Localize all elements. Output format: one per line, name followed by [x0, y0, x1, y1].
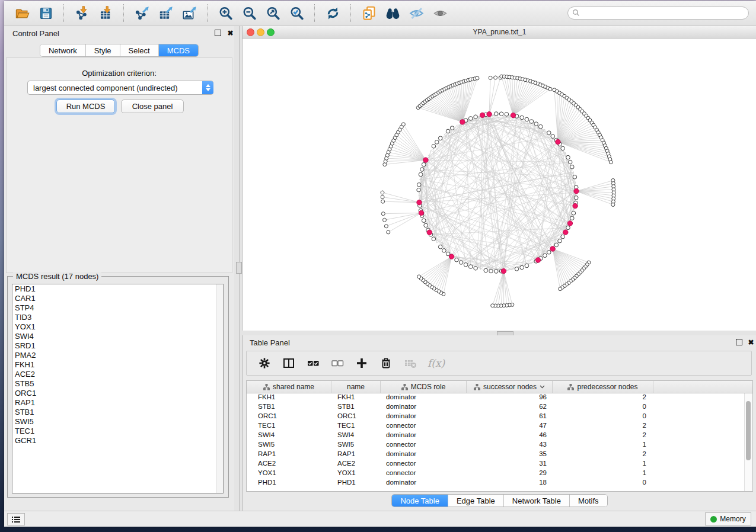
- mcds-result-list[interactable]: PHD1CAR1STP4TID3YOX1SWI4SRD1PMA2FKH1ACE2…: [12, 284, 224, 493]
- export-network-icon: [134, 5, 150, 21]
- select-all-button[interactable]: [306, 356, 320, 370]
- tab-mcds[interactable]: MCDS: [159, 44, 198, 56]
- table-row[interactable]: TEC1TEC1connector472: [247, 422, 752, 431]
- close-panel-button[interactable]: Close panel: [121, 100, 184, 113]
- zoom-out-button[interactable]: [240, 4, 259, 23]
- delete-column-icon: [379, 357, 393, 370]
- mcds-result-item[interactable]: STP4: [12, 303, 223, 313]
- search-binoculars-button[interactable]: [383, 4, 402, 23]
- vertical-splitter[interactable]: [234, 26, 242, 511]
- status-bar: Memory: [4, 511, 756, 527]
- deselect-all-button[interactable]: [330, 356, 344, 370]
- float-panel-icon[interactable]: [736, 339, 744, 347]
- tab-edge-table[interactable]: Edge Table: [448, 495, 504, 507]
- duplicate-network-button[interactable]: [359, 4, 378, 23]
- export-network-button[interactable]: [132, 4, 151, 23]
- cell-shared-name: ORC1: [247, 412, 331, 422]
- splitter-grip[interactable]: [236, 262, 242, 274]
- export-table-button[interactable]: [156, 4, 175, 23]
- run-mcds-button[interactable]: Run MCDS: [56, 100, 115, 113]
- col-name[interactable]: name: [331, 381, 381, 393]
- col-successor-nodes[interactable]: successor nodes: [467, 381, 553, 393]
- close-panel-icon[interactable]: ✖: [227, 30, 234, 37]
- zoom-in-button[interactable]: [216, 4, 235, 23]
- export-image-button[interactable]: [180, 4, 199, 23]
- search-input[interactable]: [567, 7, 749, 20]
- save-session-button[interactable]: [36, 4, 55, 23]
- tab-motifs[interactable]: Motifs: [570, 495, 607, 507]
- toggle-columns-button[interactable]: [282, 356, 296, 370]
- import-network-button[interactable]: [72, 4, 91, 23]
- add-column-button[interactable]: [355, 356, 369, 370]
- float-panel-icon[interactable]: [215, 30, 222, 37]
- hide-selected-button[interactable]: [407, 4, 426, 23]
- table-row[interactable]: STB1STB1dominator620: [247, 403, 752, 412]
- delete-table-button[interactable]: [403, 356, 417, 370]
- tab-node-table[interactable]: Node Table: [392, 495, 448, 507]
- close-panel-icon[interactable]: ✖: [747, 339, 755, 347]
- mcds-list-scrollbar[interactable]: [216, 284, 223, 493]
- table-settings-button[interactable]: [257, 356, 272, 370]
- tab-style[interactable]: Style: [86, 44, 120, 56]
- table-row[interactable]: ACE2ACE2connector311: [247, 460, 752, 469]
- table-row[interactable]: RAP1RAP1dominator352: [247, 450, 752, 460]
- delete-column-button[interactable]: [379, 356, 393, 370]
- cell-shared-name: ACE2: [247, 460, 331, 469]
- table-row[interactable]: ORC1ORC1dominator610: [247, 412, 752, 422]
- table-row[interactable]: PHD1PHD1dominator180: [247, 479, 752, 488]
- mcds-result-item[interactable]: ORC1: [12, 389, 223, 398]
- table-scrollbar[interactable]: [744, 393, 752, 491]
- cell-predecessor-nodes: 2: [553, 431, 653, 441]
- mcds-result-item[interactable]: GCR1: [12, 436, 223, 446]
- refresh-network-button[interactable]: [323, 4, 342, 23]
- function-builder-button[interactable]: f(x): [428, 357, 445, 369]
- list-icon: [11, 515, 21, 524]
- cell-predecessor-nodes: 2: [553, 393, 653, 403]
- table-row[interactable]: FKH1FKH1dominator962: [247, 393, 752, 403]
- network-canvas[interactable]: [243, 39, 756, 331]
- cell-successor-nodes: 46: [467, 431, 553, 441]
- mcds-result-item[interactable]: STB5: [12, 379, 223, 389]
- zoom-fit-button[interactable]: [263, 4, 282, 23]
- mcds-result-item[interactable]: RAP1: [12, 398, 223, 408]
- cell-name: TEC1: [331, 422, 381, 431]
- tab-select[interactable]: Select: [120, 44, 159, 56]
- mcds-result-item[interactable]: SWI4: [12, 332, 223, 341]
- task-history-button[interactable]: [7, 513, 25, 525]
- open-session-button[interactable]: [12, 4, 31, 23]
- table-row[interactable]: SWI5SWI5connector431: [247, 441, 752, 450]
- table-scrollbar-thumb[interactable]: [746, 401, 751, 460]
- mcds-result-item[interactable]: FKH1: [12, 360, 223, 370]
- memory-button[interactable]: Memory: [705, 512, 751, 525]
- mcds-result-item[interactable]: SRD1: [12, 341, 223, 351]
- import-table-button[interactable]: [96, 4, 115, 23]
- cell-name: FKH1: [331, 393, 381, 403]
- mcds-result-item[interactable]: PHD1: [12, 284, 223, 294]
- tab-network-table[interactable]: Network Table: [504, 495, 570, 507]
- mcds-result-item[interactable]: CAR1: [12, 294, 223, 303]
- cell-successor-nodes: 47: [467, 422, 553, 431]
- table-panel-header: Table Panel ✖: [243, 335, 756, 350]
- col-shared-name[interactable]: shared name: [247, 381, 331, 393]
- tab-network[interactable]: Network: [40, 44, 86, 56]
- mcds-result-item[interactable]: YOX1: [12, 322, 223, 332]
- mcds-result-item[interactable]: SWI5: [12, 417, 223, 427]
- horizontal-splitter[interactable]: [242, 331, 756, 335]
- table-toolbar: f(x): [246, 351, 752, 376]
- cell-predecessor-nodes: 0: [553, 412, 653, 422]
- mcds-result-item[interactable]: ACE2: [12, 370, 223, 379]
- cell-name: PHD1: [331, 479, 381, 488]
- col-predecessor-nodes[interactable]: predecessor nodes: [553, 381, 653, 393]
- mcds-result-item[interactable]: TID3: [12, 313, 223, 322]
- table-row[interactable]: SWI4SWI4dominator462: [247, 431, 752, 441]
- network-graph[interactable]: [243, 39, 756, 331]
- zoom-selected-button[interactable]: [287, 4, 306, 23]
- mcds-result-item[interactable]: TEC1: [12, 427, 223, 436]
- col-mcds-role[interactable]: MCDS role: [381, 381, 467, 393]
- table-row[interactable]: YOX1YOX1connector291: [247, 469, 752, 479]
- criterion-dropdown[interactable]: largest connected component (undirected): [27, 81, 213, 95]
- cell-successor-nodes: 43: [467, 441, 553, 450]
- mcds-result-item[interactable]: PMA2: [12, 351, 223, 360]
- show-all-button[interactable]: [430, 4, 449, 23]
- mcds-result-item[interactable]: STB1: [12, 408, 223, 417]
